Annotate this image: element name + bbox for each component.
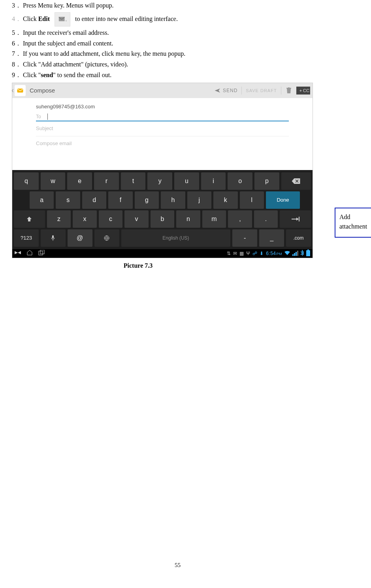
status-bar: ⇅ ✉ ▦ Ψ ☍ ⬇ 6:54PM	[12, 249, 313, 258]
kb-row-4: ?123 @ English (US) - _ .com	[14, 229, 311, 247]
key-period[interactable]: .	[254, 210, 278, 228]
key-comma[interactable]: ,	[228, 210, 252, 228]
step-number: 4．	[12, 15, 23, 23]
step-number: 8．	[12, 61, 23, 69]
step-text: Click "send" to send the email out.	[23, 71, 111, 79]
numeric-key[interactable]: ?123	[14, 229, 39, 247]
shift-key[interactable]	[14, 210, 45, 228]
download-icon: ⬇	[260, 251, 264, 256]
space-key[interactable]: English (US)	[121, 229, 231, 247]
svg-rect-5	[40, 250, 44, 254]
step-text: Click Edit + to enter into new email edi…	[23, 12, 178, 26]
mic-key[interactable]	[41, 229, 66, 247]
compose-mail-icon: +	[55, 12, 70, 26]
kb-row-1: q w e r t y u i o p	[14, 172, 311, 190]
at-key[interactable]: @	[68, 229, 92, 247]
step-9: 9． Click "send" to send the email out.	[12, 71, 343, 79]
step-text: Press Menu key. Menus will popup.	[23, 2, 114, 10]
compose-title: Compose	[30, 87, 55, 94]
key-a[interactable]: a	[30, 191, 54, 209]
to-field[interactable]: To	[36, 112, 289, 121]
step-5: 5． Input the receiver's email address.	[12, 29, 343, 37]
nav-home-icon[interactable]	[26, 250, 33, 257]
key-l[interactable]: l	[240, 191, 264, 209]
key-e[interactable]: e	[67, 172, 92, 190]
key-u[interactable]: u	[174, 172, 199, 190]
underscore-key[interactable]: _	[259, 229, 284, 247]
key-v[interactable]: v	[124, 210, 149, 228]
key-o[interactable]: o	[228, 172, 252, 190]
bluetooth-icon	[301, 250, 304, 257]
dash-key[interactable]: -	[232, 229, 257, 247]
step-number: 6．	[12, 40, 23, 48]
page-number: 55	[12, 562, 343, 569]
key-y[interactable]: y	[147, 172, 172, 190]
key-i[interactable]: i	[201, 172, 226, 190]
compose-toolbar: Compose SEND SAVE DRAFT + CC	[12, 83, 313, 98]
key-m[interactable]: m	[202, 210, 226, 228]
step-4: 4． Click Edit + to enter into new email …	[12, 12, 343, 26]
signal-icon	[292, 251, 298, 256]
android-icon: ☍	[252, 251, 257, 256]
app-icon[interactable]	[15, 85, 26, 96]
usb-icon: Ψ	[246, 251, 250, 256]
key-k[interactable]: k	[213, 191, 237, 209]
step-3: 3． Press Menu key. Menus will popup.	[12, 2, 343, 10]
kb-row-3: z x c v b n m , .	[14, 210, 311, 228]
keyboard: q w e r t y u i o p a s d	[12, 170, 313, 249]
step-8: 8． Click "Add attachment" (pictures, vid…	[12, 61, 343, 69]
backspace-key[interactable]	[281, 172, 311, 190]
key-x[interactable]: x	[73, 210, 97, 228]
subject-field[interactable]: Subject	[36, 121, 289, 136]
key-p[interactable]: p	[254, 172, 279, 190]
key-n[interactable]: n	[176, 210, 200, 228]
add-cc-button[interactable]: + CC	[296, 87, 310, 95]
step-text: Input the subject and email content.	[23, 40, 113, 48]
instruction-list: 3． Press Menu key. Menus will popup. 4． …	[12, 2, 343, 79]
status-icon: ⇅	[227, 251, 231, 256]
from-address: suheng098745@163.com	[36, 101, 289, 112]
key-f[interactable]: f	[108, 191, 132, 209]
step-number: 7．	[12, 50, 23, 58]
svg-rect-4	[39, 251, 43, 255]
key-g[interactable]: g	[135, 191, 159, 209]
svg-rect-2	[52, 235, 54, 238]
discard-button[interactable]	[281, 87, 296, 94]
globe-key[interactable]	[94, 229, 119, 247]
kb-row-2: a s d f g h j k l Done	[14, 191, 311, 209]
callout-add-attachment: Add attachment	[335, 208, 371, 238]
svg-rect-1	[17, 89, 23, 93]
key-z[interactable]: z	[47, 210, 71, 228]
key-q[interactable]: q	[14, 172, 39, 190]
key-c[interactable]: c	[99, 210, 123, 228]
step-6: 6． Input the subject and email content.	[12, 40, 343, 48]
done-key[interactable]: Done	[266, 191, 300, 209]
nav-back-icon[interactable]	[15, 250, 21, 256]
dotcom-key[interactable]: .com	[286, 229, 311, 247]
step-text: If you want to add attachment, click men…	[23, 50, 185, 58]
key-s[interactable]: s	[56, 191, 80, 209]
save-draft-button[interactable]: SAVE DRAFT	[241, 87, 281, 95]
mail-icon: ✉	[233, 251, 237, 256]
status-icon: ▦	[239, 251, 244, 256]
key-j[interactable]: j	[187, 191, 211, 209]
key-w[interactable]: w	[41, 172, 66, 190]
step-number: 5．	[12, 29, 23, 37]
to-label: To	[36, 114, 41, 119]
key-r[interactable]: r	[94, 172, 119, 190]
compose-form: suheng098745@163.com To Subject Compose …	[12, 98, 313, 156]
tab-key[interactable]	[280, 210, 311, 228]
nav-recents-icon[interactable]	[38, 250, 45, 257]
key-t[interactable]: t	[121, 172, 146, 190]
body-field[interactable]: Compose email	[36, 136, 289, 153]
figure-caption: Picture 7.3	[0, 262, 343, 269]
step-text: Input the receiver's email address.	[23, 29, 109, 37]
step-number: 3．	[12, 2, 23, 10]
key-h[interactable]: h	[161, 191, 185, 209]
key-d[interactable]: d	[82, 191, 106, 209]
svg-text:+: +	[65, 19, 67, 23]
email-screenshot: Compose SEND SAVE DRAFT + CC suheng09874…	[12, 83, 313, 258]
key-b[interactable]: b	[151, 210, 175, 228]
send-button[interactable]: SEND	[210, 88, 241, 93]
step-text: Click "Add attachment" (pictures, video)…	[23, 61, 128, 69]
